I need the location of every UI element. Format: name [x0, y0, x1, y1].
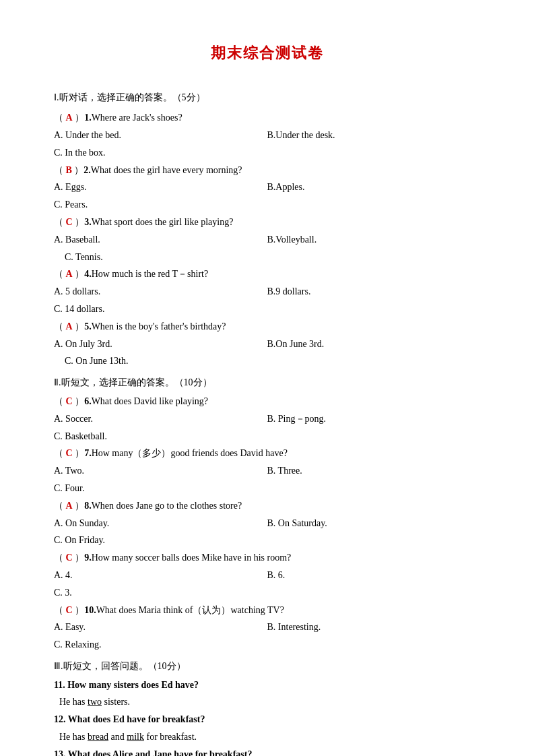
answer-5: A: [66, 321, 73, 332]
q12-blank2: milk: [127, 732, 144, 742]
bracket-close-8: ）: [73, 501, 85, 511]
bracket-close-4: ）: [73, 269, 85, 279]
answer-3: C: [66, 217, 73, 227]
bracket-close-2: ）: [72, 165, 84, 175]
bracket-open-10: （: [54, 605, 66, 615]
q-text-4: How much is the red T－shirt?: [92, 269, 209, 279]
q1-options: A. Under the bed. B.Under the desk.: [54, 127, 480, 144]
q3-options: A. Baseball. B.Volleyball.: [54, 232, 480, 248]
question-10: （ C ）10.What does Maria think of（认为）watc…: [54, 602, 480, 619]
q10-optA: A. Easy.: [54, 619, 267, 635]
q2-optC: C. Pears.: [54, 197, 480, 213]
question-11-a: He has two sisters.: [59, 694, 480, 710]
q-num-5: 5.: [84, 321, 92, 332]
q-text-3: What sport does the girl like playing?: [92, 217, 234, 227]
bracket-open-9: （: [54, 553, 66, 563]
question-1: （ A ）1.Where are Jack's shoes?: [54, 110, 480, 126]
q7-options: A. Two. B. Three.: [54, 463, 480, 479]
q-num-6: 6.: [84, 396, 92, 406]
answer-1: A: [66, 113, 73, 123]
bracket-close-10: ）: [73, 605, 85, 615]
q-text-2: What does the girl have every morning?: [91, 165, 242, 175]
q6-optC: C. Basketball.: [54, 429, 480, 445]
bracket-close-7: ）: [73, 448, 85, 458]
answer-2: B: [66, 165, 72, 175]
q-num-7: 7.: [84, 448, 92, 458]
bracket-open-4: （: [54, 269, 66, 279]
section1-header: Ⅰ.听对话，选择正确的答案。（5分）: [54, 90, 480, 106]
q-num-3: 3.: [84, 217, 92, 227]
q2-optB: B.Apples.: [267, 179, 481, 195]
bracket-open-6: （: [54, 396, 66, 406]
bracket-open-2: （: [54, 165, 66, 175]
q11-blank1: two: [88, 697, 102, 707]
question-8: （ A ）8.When does Jane go to the clothes …: [54, 498, 480, 514]
answer-9: C: [66, 553, 73, 563]
bracket-close-3: ）: [73, 217, 85, 227]
q4-options: A. 5 dollars. B.9 dollars.: [54, 284, 480, 300]
q8-optC: C. On Friday.: [54, 532, 480, 548]
q5-optA: A. On July 3rd.: [54, 336, 267, 352]
answer-6: C: [66, 396, 73, 406]
bracket-open-5: （: [54, 321, 66, 332]
q5-options: A. On July 3rd. B.On June 3rd.: [54, 336, 480, 352]
q-num-1: 1.: [84, 113, 92, 123]
q7-optA: A. Two.: [54, 463, 267, 479]
q8-options: A. On Sunday. B. On Saturday.: [54, 515, 480, 532]
q9-optB: B. 6.: [267, 567, 481, 584]
q-num-2: 2.: [84, 165, 91, 175]
q4-optA: A. 5 dollars.: [54, 284, 267, 300]
section3-header: Ⅲ.听短文，回答问题。（10分）: [54, 658, 480, 674]
q-text-8: When does Jane go to the clothes store?: [92, 501, 242, 511]
question-12-a: He has bread and milk for breakfast.: [59, 729, 480, 745]
question-5: （ A ）5.When is the boy's father's birthd…: [54, 319, 480, 335]
q3-optC: C. Tennis.: [65, 249, 480, 265]
q10-optB: B. Interesting.: [267, 619, 481, 635]
question-13-q: 13. What does Alice and Jane have for br…: [54, 747, 480, 756]
q7-optB: B. Three.: [267, 463, 481, 479]
q5-optB: B.On June 3rd.: [267, 336, 481, 352]
question-11-q: 11. How many sisters does Ed have?: [54, 677, 480, 693]
q-text-7: How many（多少）good friends does David have…: [92, 448, 288, 458]
q9-optC: C. 3.: [54, 585, 480, 601]
q1-optC: C. In the box.: [54, 145, 480, 161]
q8-optB: B. On Saturday.: [267, 515, 481, 532]
q-text-5: When is the boy's father's birthday?: [92, 321, 226, 332]
q6-optB: B. Ping－pong.: [267, 411, 481, 427]
bracket-close-1: ）: [73, 113, 85, 123]
q10-options: A. Easy. B. Interesting.: [54, 619, 480, 635]
q-num-9: 9.: [84, 553, 92, 563]
q-text-6: What does David like playing?: [92, 396, 208, 406]
q3-optB: B.Volleyball.: [267, 232, 481, 248]
q12-answer-prefix: He has: [59, 732, 88, 742]
q6-optA: A. Soccer.: [54, 411, 267, 427]
q11-answer-suffix: sisters.: [102, 697, 130, 707]
bracket-open-8: （: [54, 501, 66, 511]
bracket-open-7: （: [54, 448, 66, 458]
q1-optA: A. Under the bed.: [54, 127, 267, 144]
bracket-close-9: ）: [73, 553, 85, 563]
q4-optC: C. 14 dollars.: [54, 301, 480, 317]
question-9: （ C ）9.How many soccer balls does Mike h…: [54, 550, 480, 566]
q-text-11: How many sisters does Ed have?: [67, 680, 199, 690]
bracket-close-6: ）: [73, 396, 85, 406]
q2-options: A. Eggs. B.Apples.: [54, 179, 480, 195]
question-2: （ B ）2.What does the girl have every mor…: [54, 162, 480, 179]
q-text-10: What does Maria think of（认为）watching TV?: [96, 605, 284, 615]
question-4: （ A ）4.How much is the red T－shirt?: [54, 266, 480, 282]
q12-blank1: bread: [88, 732, 108, 742]
q-num-13: 13.: [54, 749, 68, 756]
q-num-8: 8.: [84, 501, 92, 511]
question-3: （ C ）3.What sport does the girl like pla…: [54, 214, 480, 230]
answer-8: A: [66, 501, 73, 511]
q12-mid: and: [108, 732, 127, 742]
q11-answer-prefix: He has: [59, 697, 88, 707]
answer-10: C: [66, 605, 73, 615]
q3-optA: A. Baseball.: [54, 232, 267, 248]
bracket-open-1: （: [54, 113, 66, 123]
q-text-12: What does Ed have for breakfast?: [68, 714, 205, 724]
bracket-open-3: （: [54, 217, 66, 227]
q12-answer-suffix: for breakfast.: [144, 732, 197, 742]
question-6: （ C ）6.What does David like playing?: [54, 393, 480, 410]
q9-optA: A. 4.: [54, 567, 267, 584]
